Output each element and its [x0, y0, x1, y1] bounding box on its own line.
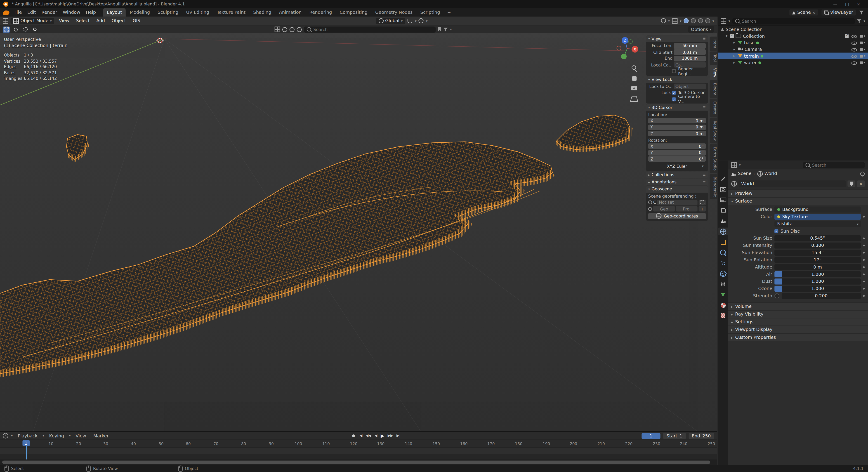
workspace-tab-layout[interactable]: Layout: [103, 8, 126, 17]
cursor-rot-z-field[interactable]: Z0°: [648, 156, 706, 162]
snap-magnet-icon[interactable]: [408, 19, 412, 23]
workspace-tab-animation[interactable]: Animation: [275, 8, 305, 17]
cursor-loc-y-field[interactable]: Y0 m: [648, 124, 706, 130]
menu-view[interactable]: View: [57, 18, 72, 23]
shading-rendered-icon[interactable]: [705, 18, 710, 23]
pan-tool-icon[interactable]: [632, 76, 637, 82]
tab-view[interactable]: View: [710, 65, 717, 80]
filter-dropdown-icon[interactable]: ▾: [450, 28, 452, 31]
axis-neg-x[interactable]: [617, 46, 621, 51]
to-3d-cursor-checkbox[interactable]: ✓: [672, 91, 676, 95]
next-keyframe-button[interactable]: ▶▶: [388, 434, 393, 438]
editor-type-icon[interactable]: [3, 433, 8, 438]
workspace-tab-uv-editing[interactable]: UV Editing: [182, 8, 213, 17]
tab-render[interactable]: [718, 185, 728, 193]
render-disable-icon[interactable]: [860, 61, 865, 64]
sun-rotation-field[interactable]: 17°: [774, 257, 861, 263]
panel-custom-properties-header[interactable]: ▸ Custom Properties: [728, 333, 868, 341]
tab-modifiers[interactable]: [718, 249, 728, 256]
menu-object[interactable]: Object: [110, 18, 128, 23]
expand-icon[interactable]: ▸: [733, 54, 736, 58]
proportional-edit-icon[interactable]: [418, 18, 424, 23]
tab-earth-studio[interactable]: Earth Studio: [710, 144, 717, 174]
maximize-button[interactable]: □: [845, 2, 849, 6]
world-name-field[interactable]: World: [739, 180, 846, 187]
transform-icon[interactable]: [275, 27, 280, 32]
fake-user-button[interactable]: [847, 180, 855, 187]
timeline-body[interactable]: 10 20 30 40 50 60 70 80 90 100 110 120 1…: [0, 439, 717, 459]
menu-gis[interactable]: GIS: [130, 18, 143, 23]
hide-icon[interactable]: [851, 34, 857, 38]
render-disable-icon[interactable]: [860, 47, 865, 51]
cursor-tool[interactable]: [31, 26, 38, 32]
exclude-checkbox[interactable]: [845, 34, 848, 38]
animate-dot-icon[interactable]: [863, 245, 865, 246]
outliner-row-terrain[interactable]: ▸ terrain: [718, 53, 868, 59]
panel-menu-icon[interactable]: ≡: [703, 172, 706, 177]
current-frame-field[interactable]: 1: [642, 433, 660, 439]
zoom-tool-icon[interactable]: [631, 65, 637, 71]
expand-icon[interactable]: ▸: [733, 47, 736, 52]
outliner-row-collection[interactable]: ▾ Collection: [718, 33, 868, 39]
animate-dot-icon[interactable]: [863, 252, 865, 253]
animate-dot-icon[interactable]: [863, 274, 865, 275]
expand-icon[interactable]: ▾: [725, 34, 728, 38]
terrain-wireframe[interactable]: [0, 33, 717, 431]
expand-icon[interactable]: ▸: [733, 40, 736, 45]
sun-elevation-field[interactable]: 15.4°: [774, 250, 861, 256]
timeline-scrollbar[interactable]: [0, 460, 717, 465]
expand-icon[interactable]: ▸: [733, 60, 736, 65]
auto-key-button[interactable]: ●: [352, 434, 355, 438]
axis-neg-y[interactable]: [629, 39, 632, 43]
orientation-dropdown[interactable]: Global ▾: [376, 18, 405, 24]
outliner-search[interactable]: [733, 18, 855, 24]
breadcrumb-scene[interactable]: Scene: [731, 171, 751, 176]
hide-icon[interactable]: [851, 47, 857, 52]
overlays-toggle-icon[interactable]: [672, 18, 677, 24]
panel-annotations-header[interactable]: ▸ Annotations ≡: [646, 179, 708, 185]
panel-view-lock-header[interactable]: ▾ View Lock: [646, 76, 708, 83]
tab-material[interactable]: [718, 301, 728, 309]
outliner-search-input[interactable]: [742, 19, 852, 24]
close-button[interactable]: ×: [857, 2, 860, 6]
filter-icon[interactable]: [859, 11, 864, 14]
scale-gizmo-icon[interactable]: [297, 27, 302, 32]
timeline-ruler[interactable]: 10 20 30 40 50 60 70 80 90 100 110 120 1…: [0, 439, 717, 448]
tab-world[interactable]: [718, 228, 728, 235]
hide-icon[interactable]: [851, 40, 857, 45]
ortho-toggle-icon[interactable]: [630, 96, 638, 102]
collection-checkbox[interactable]: [730, 34, 734, 38]
outliner-row-water[interactable]: ▸ water: [718, 59, 868, 66]
camera-view-icon[interactable]: [631, 86, 637, 90]
panel-collections-header[interactable]: ▸ Collections ≡: [646, 171, 708, 178]
workspace-tab-shading[interactable]: Shading: [249, 8, 275, 17]
panel-menu-icon[interactable]: ≡: [703, 180, 706, 184]
hide-icon[interactable]: [851, 54, 857, 58]
scene-selector[interactable]: Scene ×: [789, 9, 818, 15]
frame-end-field[interactable]: End 250: [688, 433, 714, 439]
geo-field[interactable]: Geo: [653, 206, 675, 211]
axis-y[interactable]: [621, 54, 627, 59]
camera-to-view-checkbox[interactable]: ✓: [672, 97, 676, 101]
close-icon[interactable]: ×: [812, 11, 815, 14]
select-box-tool[interactable]: [3, 26, 10, 32]
tab-object[interactable]: [718, 238, 728, 246]
scrollbar-thumb[interactable]: [2, 461, 710, 464]
tab-physics[interactable]: [718, 270, 728, 277]
dust-slider[interactable]: 1.000: [774, 279, 861, 285]
options-dropdown[interactable]: Options ▾: [688, 26, 714, 33]
pin-icon[interactable]: [860, 171, 865, 176]
panel-menu-icon[interactable]: ≡: [703, 37, 706, 41]
cursor-loc-z-field[interactable]: Z0 m: [648, 131, 706, 136]
play-reverse-button[interactable]: ◀: [375, 434, 377, 438]
terrain-mesh-northeast-island[interactable]: [556, 115, 630, 150]
terrain-mesh-main[interactable]: [0, 142, 553, 374]
filter-icon[interactable]: [857, 19, 862, 23]
search-input[interactable]: [313, 27, 433, 32]
animate-dot-icon[interactable]: [863, 266, 865, 268]
ozone-slider[interactable]: 1.000: [774, 286, 861, 292]
lock-to-object-field[interactable]: Object: [674, 84, 706, 89]
tab-tool[interactable]: Tool: [710, 52, 717, 65]
workspace-tab-texture-paint[interactable]: Texture Paint: [213, 8, 250, 17]
menu-keying[interactable]: Keying: [47, 433, 66, 438]
